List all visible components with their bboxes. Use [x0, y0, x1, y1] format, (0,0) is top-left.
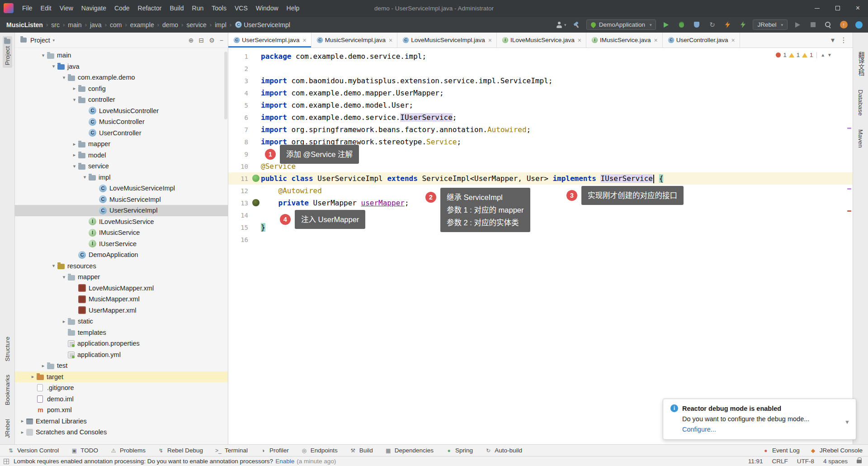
tab-close-icon[interactable]: × — [303, 37, 307, 44]
toolwindow-event-log[interactable]: ●Event Log — [762, 447, 800, 454]
code-area[interactable]: 1package com.example.demo.service.impl;2… — [228, 48, 853, 444]
toolwindow-auto-build[interactable]: ↻Auto-build — [485, 447, 522, 454]
line-ending[interactable]: CRLF — [772, 458, 788, 465]
chevron-expanded-icon[interactable]: ▾ — [50, 263, 57, 269]
breadcrumb-item[interactable]: com — [110, 21, 122, 29]
breadcrumb-leaf[interactable]: CUserServiceImpl — [235, 21, 290, 29]
toolwindow-rebel-debug[interactable]: ↯Rebel Debug — [157, 447, 203, 454]
tool-button-project[interactable]: Project — [3, 36, 12, 68]
close-button[interactable]: × — [848, 0, 868, 16]
tool-button-structure[interactable]: Structure — [4, 337, 11, 361]
code-line[interactable]: 13 private UserMapper userMapper; — [228, 197, 853, 209]
tree-item-templates[interactable]: templates — [15, 327, 228, 338]
tree-item-imusicservice[interactable]: IIMusicService — [15, 227, 228, 238]
locate-file-icon[interactable]: ⊕ — [189, 37, 194, 44]
menu-run[interactable]: Run — [188, 0, 208, 16]
tree-item-userserviceimpl[interactable]: CUserServiceImpl — [15, 205, 228, 216]
tree-item-config[interactable]: ▸config — [15, 83, 228, 95]
tool-button-bookmarks[interactable]: Bookmarks — [4, 375, 11, 405]
update-project-button[interactable]: ↑ — [838, 19, 849, 30]
menu-file[interactable]: File — [18, 0, 37, 16]
hide-panel-icon[interactable]: − — [220, 37, 223, 44]
toolwindow-version-control[interactable]: ⇅Version Control — [7, 447, 59, 454]
tree-item-target[interactable]: ▸target — [15, 371, 228, 383]
breadcrumb-item[interactable]: java — [90, 21, 102, 29]
tree-item-pom-xml[interactable]: mpom.xml — [15, 404, 228, 416]
inspections-widget[interactable]: 1 1 1 ▲ ▼ — [776, 52, 832, 58]
tree-item-demoapplication[interactable]: CDemoApplication — [15, 249, 228, 261]
tree-item-static[interactable]: ▸static — [15, 316, 228, 327]
tree-item-application-yml[interactable]: application.yml — [15, 349, 228, 361]
tool-button-translate[interactable]: 翻译文档 — [856, 52, 865, 76]
tree-item-iuserservice[interactable]: IIUserService — [15, 238, 228, 250]
restart-button[interactable]: ↻ — [707, 19, 717, 30]
toolwindow-profiler[interactable]: ◑Profiler — [259, 447, 289, 454]
tree-item-scratches-and-consoles[interactable]: ▸Scratches and Consoles — [15, 427, 228, 438]
scrollbar-mark[interactable] — [847, 128, 851, 129]
code-line[interactable]: 1package com.example.demo.service.impl; — [228, 50, 853, 62]
tree-item-test[interactable]: ▸test — [15, 360, 228, 371]
chevron-collapsed-icon[interactable]: ▸ — [71, 86, 78, 91]
menu-window[interactable]: Window — [252, 0, 283, 16]
code-line[interactable]: 11public class UserServiceImpl extends S… — [228, 172, 853, 185]
lock-icon[interactable] — [857, 460, 862, 463]
tab-close-icon[interactable]: × — [731, 37, 735, 44]
toolwindow-problems[interactable]: ⚠Problems — [110, 447, 146, 454]
tree-item-impl[interactable]: ▾impl — [15, 172, 228, 183]
editor-tab-ilovemusicservice-java[interactable]: IILoveMusicService.java× — [497, 33, 586, 48]
tab-list-chevron-icon[interactable]: ▾ — [831, 36, 835, 44]
tree-item-mapper[interactable]: ▾mapper — [15, 271, 228, 283]
tree-item-demo-iml[interactable]: demo.iml — [15, 394, 228, 405]
menu-edit[interactable]: Edit — [37, 0, 56, 16]
toolwindow-jrebel-console[interactable]: ◆JRebel Console — [810, 447, 863, 454]
tree-item-gitignore[interactable]: .gitignore — [15, 382, 228, 394]
code-line[interactable]: 7import org.springframework.beans.factor… — [228, 124, 853, 136]
menu-code[interactable]: Code — [110, 0, 133, 16]
menu-refactor[interactable]: Refactor — [134, 0, 166, 16]
menu-navigate[interactable]: Navigate — [77, 0, 110, 16]
tree-item-usermapper-xml[interactable]: UserMapper.xml — [15, 305, 228, 316]
code-line[interactable]: 5import com.example.demo.model.User; — [228, 99, 853, 111]
toolwindow-endpoints[interactable]: ◎Endpoints — [301, 447, 338, 454]
notification-popup[interactable]: i Reactor debug mode is enabled Do you w… — [663, 399, 856, 440]
rerun-button-disabled[interactable] — [792, 19, 803, 30]
spring-bean-gutter-icon[interactable] — [252, 175, 259, 182]
tab-close-icon[interactable]: × — [578, 37, 581, 44]
tree-item-lovemusicserviceimpl[interactable]: CLoveMusicServiceImpl — [15, 183, 228, 194]
blue-circle-button[interactable] — [854, 19, 864, 30]
expand-chevron-icon[interactable]: ▼ — [844, 419, 850, 425]
chevron-expanded-icon[interactable]: ▾ — [50, 63, 57, 69]
toolwindow-build[interactable]: ⚒Build — [349, 447, 373, 454]
chevron-collapsed-icon[interactable]: ▸ — [60, 319, 68, 324]
tree-item-java[interactable]: ▾java — [15, 61, 228, 72]
project-scrollbar[interactable] — [224, 52, 227, 119]
build-project-button[interactable] — [571, 19, 582, 30]
breadcrumb-project[interactable]: MusicListen — [6, 21, 43, 29]
run-button[interactable] — [660, 19, 671, 30]
chevron-down-icon[interactable]: ▾ — [53, 38, 55, 43]
tree-item-mapper[interactable]: ▸mapper — [15, 138, 228, 150]
tab-close-icon[interactable]: × — [389, 37, 392, 44]
tree-item-main[interactable]: ▾main — [15, 50, 228, 61]
tree-item-musicmapper-xml[interactable]: MusicMapper.xml — [15, 294, 228, 305]
toolwindow-spring[interactable]: ●Spring — [445, 447, 473, 454]
tree-item-musiccontroller[interactable]: CMusicController — [15, 116, 228, 128]
breadcrumb-item[interactable]: src — [51, 21, 60, 29]
menu-view[interactable]: View — [56, 0, 77, 16]
chevron-collapsed-icon[interactable]: ▸ — [71, 152, 78, 158]
stop-button-disabled[interactable] — [807, 19, 818, 30]
minimize-button[interactable] — [807, 0, 827, 16]
jrebel-debug-button[interactable] — [737, 19, 748, 30]
run-configuration-select[interactable]: DemoApplication▾ — [586, 19, 656, 30]
indent-setting[interactable]: 4 spaces — [823, 458, 848, 465]
chevron-collapsed-icon[interactable]: ▸ — [29, 374, 37, 380]
scrollbar-mark[interactable] — [847, 188, 851, 190]
tree-item-lovemusicmapper-xml[interactable]: LoveMusicMapper.xml — [15, 283, 228, 294]
menu-build[interactable]: Build — [165, 0, 188, 16]
code-line[interactable]: 4import com.example.demo.mapper.UserMapp… — [228, 87, 853, 99]
editor-tab-lovemusicserviceimpl-java[interactable]: CLoveMusicServiceImpl.java× — [397, 33, 497, 48]
menu-vcs[interactable]: VCS — [231, 0, 252, 16]
editor-tab-musicserviceimpl-java[interactable]: CMusicServiceImpl.java× — [311, 33, 397, 48]
breadcrumb-item[interactable]: service — [186, 21, 206, 29]
tree-item-controller[interactable]: ▾controller — [15, 94, 228, 105]
